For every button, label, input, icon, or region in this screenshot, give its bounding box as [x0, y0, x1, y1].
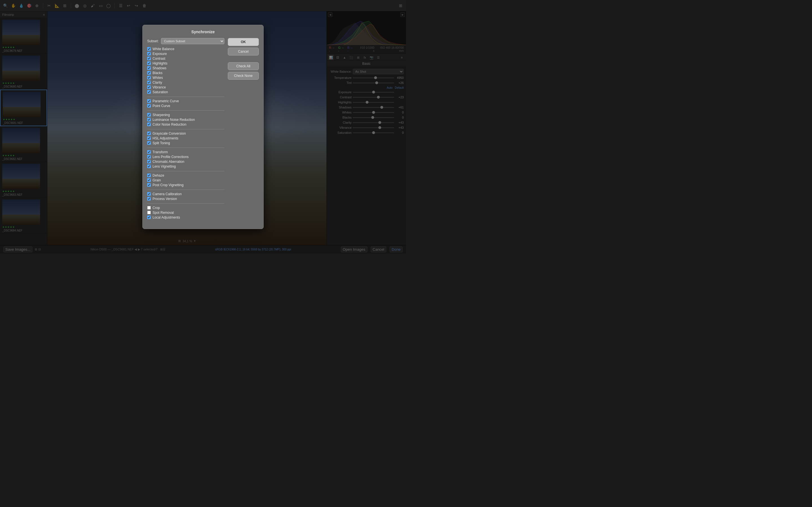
- cb-grayscale: Grayscale Conversion: [147, 131, 224, 135]
- cb-point-curve-label: Point Curve: [153, 104, 170, 108]
- cb-hsl-input[interactable]: [147, 136, 151, 140]
- cb-exposure-label: Exposure: [153, 52, 167, 56]
- cb-clarity-label: Clarity: [153, 80, 162, 84]
- cb-saturation-input[interactable]: [147, 90, 151, 94]
- cb-blacks-label: Blacks: [153, 71, 162, 75]
- group-effects: Dehaze Grain Post Crop Vignetting: [147, 173, 224, 190]
- cb-transform-label: Transform: [153, 150, 168, 154]
- cb-lens-profile: Lens Profile Corrections: [147, 155, 224, 159]
- cb-color-nr: Color Noise Reduction: [147, 122, 224, 126]
- cb-blacks-input[interactable]: [147, 71, 151, 75]
- cb-lens-profile-label: Lens Profile Corrections: [153, 155, 189, 159]
- cb-chromatic-aberration-label: Chromatic Aberration: [153, 160, 185, 164]
- cb-exposure-input[interactable]: [147, 52, 151, 55]
- cb-camera-calibration-input[interactable]: [147, 192, 151, 196]
- cb-whites-label: Whites: [153, 76, 163, 80]
- cb-hsl: HSL Adjustments: [147, 136, 224, 140]
- cb-point-curve-input[interactable]: [147, 104, 151, 108]
- cb-chromatic-aberration-input[interactable]: [147, 160, 151, 163]
- cb-camera-calibration: Camera Calibration: [147, 192, 224, 196]
- ok-button[interactable]: OK: [228, 38, 259, 46]
- cb-lens-vignetting-input[interactable]: [147, 165, 151, 168]
- cb-shadows-label: Shadows: [153, 66, 166, 70]
- group-curves: Parametric Curve Point Curve: [147, 99, 224, 111]
- cb-transform: Transform: [147, 150, 224, 154]
- cb-post-crop-vignetting-input[interactable]: [147, 183, 151, 187]
- cb-saturation-label: Saturation: [153, 90, 168, 94]
- dialog-body: Subset: Custom Subset All Settings Camer…: [147, 38, 259, 224]
- cb-sharpening-input[interactable]: [147, 113, 151, 117]
- cb-lens-profile-input[interactable]: [147, 155, 151, 159]
- cb-parametric-curve: Parametric Curve: [147, 99, 224, 103]
- dialog-title: Synchronize: [147, 30, 259, 34]
- subset-label: Subset:: [147, 39, 159, 43]
- subset-select[interactable]: Custom Subset All Settings Camera Calibr…: [161, 38, 224, 44]
- cb-crop: Crop: [147, 206, 224, 210]
- cb-process-version-input[interactable]: [147, 197, 151, 201]
- cb-parametric-curve-input[interactable]: [147, 99, 151, 103]
- cb-split-toning-input[interactable]: [147, 141, 151, 145]
- cb-blacks: Blacks: [147, 71, 224, 75]
- cb-grain-input[interactable]: [147, 178, 151, 182]
- cb-lens-vignetting-label: Lens Vignetting: [153, 165, 176, 168]
- cb-whites-input[interactable]: [147, 76, 151, 79]
- cb-post-crop-vignetting-label: Post Crop Vignetting: [153, 183, 184, 187]
- dialog-overlay: Synchronize Subset: Custom Subset All Se…: [0, 0, 406, 253]
- cb-sharpening-label: Sharpening: [153, 113, 170, 117]
- cb-whites: Whites: [147, 76, 224, 80]
- cb-grayscale-input[interactable]: [147, 131, 151, 135]
- cb-spot-removal: Spot Removal: [147, 211, 224, 215]
- group-other: Crop Spot Removal Local Adjustments: [147, 206, 224, 222]
- cb-camera-calibration-label: Camera Calibration: [153, 192, 182, 196]
- check-all-button[interactable]: Check All: [228, 62, 259, 70]
- cb-shadows: Shadows: [147, 66, 224, 70]
- cb-dehaze-input[interactable]: [147, 173, 151, 177]
- subset-row: Subset: Custom Subset All Settings Camer…: [147, 38, 224, 44]
- cb-spot-removal-label: Spot Removal: [153, 211, 174, 215]
- cb-clarity-input[interactable]: [147, 80, 151, 84]
- cb-vibrance-input[interactable]: [147, 86, 151, 89]
- cb-grayscale-label: Grayscale Conversion: [153, 131, 186, 135]
- cb-highlights: Highlights: [147, 61, 224, 65]
- cb-crop-label: Crop: [153, 206, 160, 210]
- cb-local-adjustments-input[interactable]: [147, 216, 151, 219]
- cb-vibrance: Vibrance: [147, 86, 224, 89]
- cb-grain: Grain: [147, 178, 224, 182]
- cb-highlights-input[interactable]: [147, 61, 151, 65]
- cb-shadows-input[interactable]: [147, 66, 151, 70]
- cb-white-balance-input[interactable]: [147, 47, 151, 51]
- group-calibration: Camera Calibration Process Version: [147, 192, 224, 204]
- cb-exposure: Exposure: [147, 52, 224, 56]
- check-none-button[interactable]: Check None: [228, 72, 259, 80]
- cb-parametric-curve-label: Parametric Curve: [153, 99, 179, 103]
- cb-hsl-label: HSL Adjustments: [153, 136, 179, 140]
- group-basic: White Balance Exposure Contrast Highligh…: [147, 47, 224, 97]
- cb-luminance-nr: Luminance Noise Reduction: [147, 118, 224, 122]
- cb-contrast: Contrast: [147, 57, 224, 61]
- cb-white-balance-label: White Balance: [153, 47, 174, 51]
- cb-split-toning: Split Toning: [147, 141, 224, 145]
- cb-local-adjustments: Local Adjustments: [147, 216, 224, 219]
- cb-luminance-nr-input[interactable]: [147, 118, 151, 121]
- cb-white-balance: White Balance: [147, 47, 224, 51]
- group-detail: Sharpening Luminance Noise Reduction Col…: [147, 113, 224, 129]
- cb-dehaze-label: Dehaze: [153, 173, 164, 177]
- cb-local-adjustments-label: Local Adjustments: [153, 216, 180, 219]
- cb-saturation: Saturation: [147, 90, 224, 94]
- cb-highlights-label: Highlights: [153, 61, 167, 65]
- cb-grain-label: Grain: [153, 178, 161, 182]
- cb-spot-removal-input[interactable]: [147, 211, 151, 214]
- cb-contrast-label: Contrast: [153, 57, 165, 61]
- cb-process-version: Process Version: [147, 197, 224, 201]
- cb-color-nr-input[interactable]: [147, 122, 151, 126]
- cb-split-toning-label: Split Toning: [153, 141, 170, 145]
- dialog-cancel-button[interactable]: Cancel: [228, 48, 259, 55]
- cb-dehaze: Dehaze: [147, 173, 224, 177]
- cb-sharpening: Sharpening: [147, 113, 224, 117]
- sync-dialog: Synchronize Subset: Custom Subset All Se…: [142, 25, 264, 229]
- cb-crop-input[interactable]: [147, 206, 151, 210]
- cb-point-curve: Point Curve: [147, 104, 224, 108]
- cb-transform-input[interactable]: [147, 150, 151, 154]
- cb-post-crop-vignetting: Post Crop Vignetting: [147, 183, 224, 187]
- cb-contrast-input[interactable]: [147, 57, 151, 60]
